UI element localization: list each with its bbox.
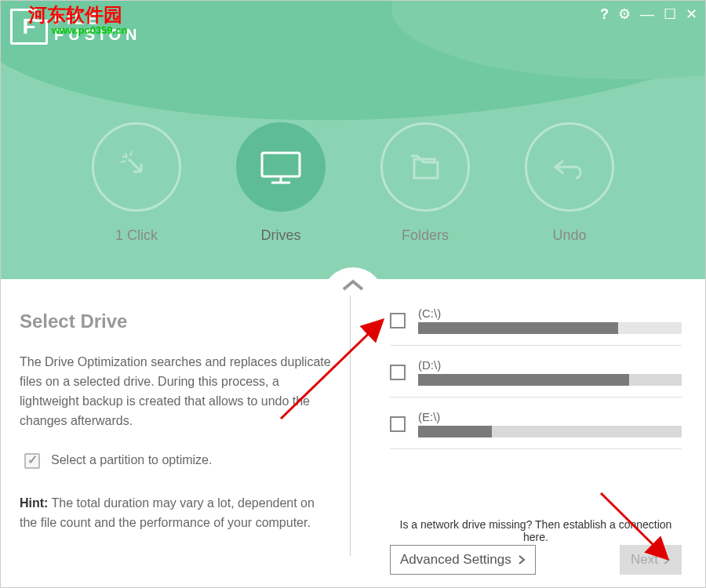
folders-icon [380, 122, 470, 212]
window-controls: ? ⚙ — ☐ ✕ [600, 7, 697, 21]
logo-text-line2: FUSION [54, 27, 142, 42]
section-title: Select Drive [20, 307, 331, 336]
header-area: F FILE FUSION 河东软件园 www.pc0359.cn ? ⚙ — … [1, 1, 705, 279]
maximize-button[interactable]: ☐ [664, 7, 676, 21]
next-button[interactable]: Next [620, 545, 682, 575]
logo-text-line1: FILE [54, 11, 142, 27]
cursor-click-icon [92, 122, 181, 212]
hint-body: The total duration may vary a lot, depen… [20, 496, 315, 529]
next-label: Next [631, 552, 658, 568]
drive-row-c[interactable]: (C:\) [390, 307, 682, 346]
drive-row-d[interactable]: (D:\) [390, 358, 682, 397]
monitor-icon [236, 122, 326, 212]
left-pane: Select Drive The Drive Optimization sear… [1, 299, 350, 587]
network-drive-hint[interactable]: Is a network drive missing? Then establi… [390, 518, 682, 543]
drive-usage-fill [418, 426, 492, 437]
hint-label: Hint: [20, 496, 48, 510]
description-text: The Drive Optimization searches and repl… [20, 353, 331, 430]
right-pane: (C:\) (D:\) (E:\) Is a network drive mis… [351, 299, 705, 587]
logo-mark: F [10, 9, 48, 45]
partition-instruction-text: Select a partition to optimize. [51, 451, 212, 470]
drive-checkbox[interactable] [390, 416, 406, 432]
hint-text: Hint: The total duration may vary a lot,… [20, 494, 331, 533]
partition-instruction-row: Select a partition to optimize. [24, 451, 331, 470]
mode-drives[interactable]: Drives [236, 122, 326, 244]
mode-label: Drives [260, 227, 300, 244]
mode-label: Folders [402, 227, 449, 244]
chevron-right-icon [518, 554, 526, 565]
mode-undo[interactable]: Undo [525, 122, 614, 244]
drive-info: (E:\) [418, 410, 682, 437]
drive-checkbox[interactable] [390, 313, 406, 328]
mode-label: 1 Click [115, 227, 158, 244]
settings-button[interactable]: ⚙ [618, 7, 631, 21]
drive-label: (C:\) [418, 307, 682, 320]
svg-rect-0 [262, 153, 300, 176]
drive-usage-fill [418, 374, 629, 386]
drive-info: (C:\) [418, 307, 682, 334]
drive-usage-bar [418, 374, 682, 386]
drive-label: (D:\) [418, 358, 682, 372]
chevron-up-icon [340, 277, 366, 292]
drive-usage-fill [418, 322, 618, 334]
drive-usage-bar [418, 426, 682, 437]
minimize-button[interactable]: — [640, 7, 654, 21]
checkbox-icon [24, 453, 40, 469]
advanced-settings-button[interactable]: Advanced Settings [390, 545, 536, 575]
app-logo: F FILE FUSION [10, 9, 142, 45]
close-button[interactable]: ✕ [686, 7, 697, 21]
drive-label: (E:\) [418, 410, 682, 423]
drive-checkbox[interactable] [390, 365, 406, 380]
drive-row-e[interactable]: (E:\) [390, 410, 682, 449]
mode-oneclick[interactable]: 1 Click [92, 122, 181, 244]
help-button[interactable]: ? [600, 7, 609, 21]
mode-selector: 1 Click Drives Folders [1, 122, 705, 244]
drive-usage-bar [418, 322, 682, 334]
advanced-settings-label: Advanced Settings [400, 552, 511, 568]
content-area: Select Drive The Drive Optimization sear… [1, 299, 705, 587]
undo-icon [525, 122, 614, 212]
mode-label: Undo [552, 227, 586, 244]
drive-info: (D:\) [418, 358, 682, 386]
mode-folders[interactable]: Folders [380, 122, 470, 244]
chevron-right-icon [663, 554, 671, 565]
